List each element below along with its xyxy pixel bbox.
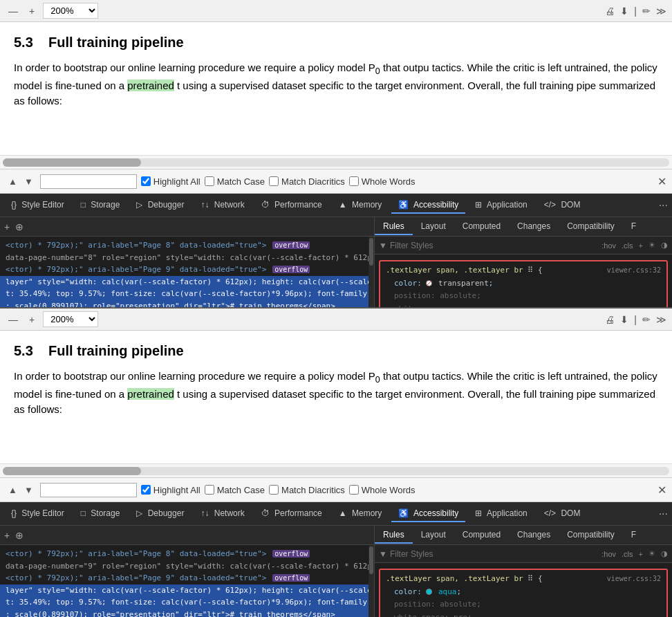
tab-application-top[interactable]: ⊞ Application <box>468 197 534 214</box>
minimize-btn-bottom[interactable]: — <box>6 313 21 326</box>
find-input-bottom[interactable] <box>40 483 137 497</box>
bottom-pdf-scrollbar[interactable] <box>0 463 672 477</box>
subtab-f-bottom[interactable]: F <box>623 527 644 544</box>
tab-network-bottom[interactable]: ↑↓ Network <box>194 506 251 522</box>
subtab-computed-bottom[interactable]: Computed <box>454 527 509 544</box>
subtab-compatibility-top[interactable]: Compatibility <box>559 219 623 235</box>
find-close-btn-bottom[interactable]: ✕ <box>657 484 666 497</box>
subtab-layout-bottom[interactable]: Layout <box>413 527 454 544</box>
subtab-compatibility-bottom[interactable]: Compatibility <box>559 527 623 544</box>
hov-label-bottom[interactable]: :hov <box>601 550 616 558</box>
subtab-changes-top[interactable]: Changes <box>509 219 559 235</box>
cursor-icon[interactable]: | <box>634 6 637 17</box>
add-style-btn-top[interactable]: + <box>639 241 643 250</box>
top-pdf-body: In order to bootstrap our online learnin… <box>14 60 658 109</box>
hov-label-top[interactable]: :hov <box>601 241 616 250</box>
find-input-top[interactable] <box>40 174 137 189</box>
tab-style-editor-top[interactable]: {} Style Editor <box>4 197 71 214</box>
print-icon[interactable]: 🖨 <box>605 6 615 17</box>
zoom-select-bottom[interactable]: 200% <box>43 311 98 327</box>
devtools-more-btn-top[interactable]: ··· <box>659 199 668 212</box>
edit-icon-bottom[interactable]: ✏ <box>642 314 651 325</box>
match-case-label-top[interactable]: Match Case <box>205 176 265 187</box>
find-close-btn-top[interactable]: ✕ <box>657 175 666 188</box>
match-diacritics-label-bottom[interactable]: Match Diacritics <box>269 485 345 495</box>
add-style-btn-bottom[interactable]: + <box>639 550 643 558</box>
find-prev-btn-top[interactable]: ▲ <box>6 175 20 188</box>
whole-words-label-top[interactable]: Whole Words <box>349 176 416 187</box>
dom-add-btn-top[interactable]: + <box>4 221 10 232</box>
tab-storage-top[interactable]: □ Storage <box>74 197 127 214</box>
highlight-all-label-bottom[interactable]: Highlight All <box>141 485 200 495</box>
tab-dom-top[interactable]: </> DOM <box>537 197 588 214</box>
dom-add-btn-bottom[interactable]: + <box>4 530 10 541</box>
cursor-icon-bottom[interactable]: | <box>634 314 637 325</box>
add-tab-btn-bottom[interactable]: + <box>26 313 37 326</box>
cls-label-top[interactable]: .cls <box>622 241 633 250</box>
tab-performance-bottom[interactable]: ⏱ Performance <box>254 506 329 522</box>
whole-words-checkbox-top[interactable] <box>349 176 359 186</box>
highlight-all-checkbox-bottom[interactable] <box>141 485 151 495</box>
bottom-dom-scroll[interactable] <box>368 545 374 617</box>
tab-accessibility-top[interactable]: ♿ Accessibility <box>391 197 465 214</box>
highlight-all-checkbox-top[interactable] <box>141 176 151 186</box>
bottom-dom-scroll-thumb <box>369 546 373 574</box>
subtab-computed-top[interactable]: Computed <box>454 219 509 235</box>
bottom-color-val[interactable]: aqua <box>438 587 457 596</box>
subtab-rules-top[interactable]: Rules <box>375 219 413 235</box>
top-pdf-scrollbar[interactable] <box>0 155 672 169</box>
memory-icon-bottom: ▲ <box>339 508 347 518</box>
top-color-val[interactable]: transparent <box>438 279 489 288</box>
devtools-more-btn-bottom[interactable]: ··· <box>659 508 668 520</box>
tab-performance-top[interactable]: ⏱ Performance <box>254 197 329 214</box>
bottom-find-bar: ▲ ▼ Highlight All Match Case Match Diacr… <box>0 477 672 502</box>
performance-icon-bottom: ⏱ <box>261 508 270 518</box>
tab-debugger-top[interactable]: ▷ Debugger <box>129 197 191 214</box>
whole-words-checkbox-bottom[interactable] <box>349 485 359 495</box>
highlight-all-label-top[interactable]: Highlight All <box>141 176 200 187</box>
edit-icon[interactable]: ✏ <box>642 6 651 17</box>
tab-debugger-bottom[interactable]: ▷ Debugger <box>129 506 191 522</box>
match-case-checkbox-bottom[interactable] <box>205 485 214 495</box>
top-scrollbar-thumb[interactable] <box>3 158 141 167</box>
dom-pick-btn-bottom[interactable]: ⊕ <box>15 530 24 541</box>
cls-label-bottom[interactable]: .cls <box>622 550 633 558</box>
find-next-btn-top[interactable]: ▼ <box>21 175 36 188</box>
match-diacritics-label-top[interactable]: Match Diacritics <box>269 176 345 187</box>
tab-memory-top[interactable]: ▲ Memory <box>332 197 389 214</box>
match-case-checkbox-top[interactable] <box>205 176 214 186</box>
filter-styles-input-bottom[interactable] <box>390 549 601 559</box>
bottom-color-dot[interactable] <box>426 589 432 595</box>
bottom-styles-source: viewer.css:32 <box>607 573 661 584</box>
match-diacritics-checkbox-top[interactable] <box>269 176 279 186</box>
add-tab-btn[interactable]: + <box>26 4 37 18</box>
zoom-select-top[interactable]: 200% <box>43 3 98 19</box>
subtab-rules-bottom[interactable]: Rules <box>375 527 413 544</box>
print-icon-bottom[interactable]: 🖨 <box>605 314 615 325</box>
tab-dom-bottom[interactable]: </> DOM <box>537 506 588 522</box>
tab-style-editor-bottom[interactable]: {} Style Editor <box>4 506 71 522</box>
subtab-changes-bottom[interactable]: Changes <box>509 527 559 544</box>
download-icon-bottom[interactable]: ⬇ <box>620 314 628 325</box>
subtab-layout-top[interactable]: Layout <box>413 219 454 235</box>
bottom-scrollbar-thumb[interactable] <box>3 467 141 475</box>
whole-words-label-bottom[interactable]: Whole Words <box>349 485 416 495</box>
find-prev-btn-bottom[interactable]: ▲ <box>6 484 20 497</box>
filter-styles-input-top[interactable] <box>390 241 601 250</box>
find-next-btn-bottom[interactable]: ▼ <box>21 484 36 497</box>
more-icon[interactable]: ≫ <box>656 6 666 17</box>
tab-memory-bottom[interactable]: ▲ Memory <box>332 506 389 522</box>
download-icon[interactable]: ⬇ <box>620 6 628 17</box>
subtab-f-top[interactable]: F <box>623 219 644 235</box>
tab-storage-bottom[interactable]: □ Storage <box>74 506 127 522</box>
more-icon-bottom[interactable]: ≫ <box>656 314 666 325</box>
dom-pick-btn-top[interactable]: ⊕ <box>15 221 24 232</box>
tab-application-bottom[interactable]: ⊞ Application <box>468 506 534 522</box>
match-diacritics-checkbox-bottom[interactable] <box>269 485 279 495</box>
tab-network-top[interactable]: ↑↓ Network <box>194 197 251 214</box>
tab-accessibility-bottom[interactable]: ♿ Accessibility <box>391 506 465 522</box>
match-case-label-bottom[interactable]: Match Case <box>205 485 265 495</box>
top-color-dot[interactable] <box>426 280 432 286</box>
top-dom-scroll[interactable] <box>368 237 374 308</box>
minimize-btn[interactable]: — <box>6 4 21 18</box>
